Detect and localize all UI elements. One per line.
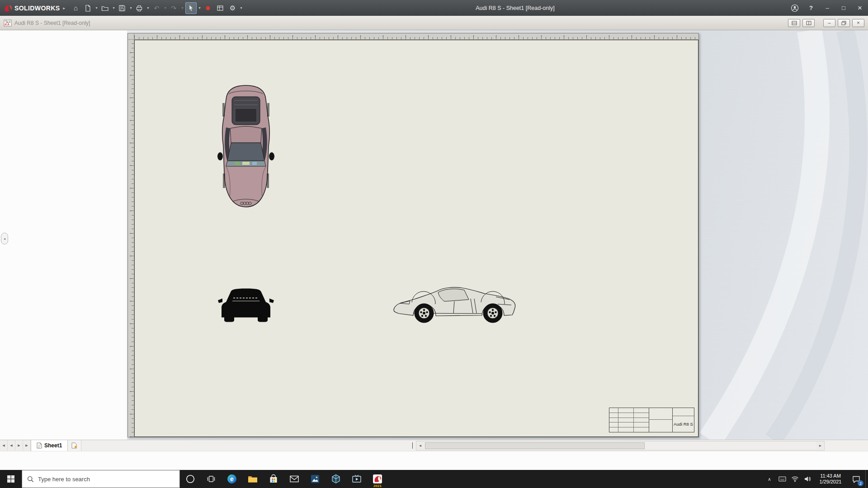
open-folder-icon xyxy=(101,5,108,12)
drawing-view-side[interactable] xyxy=(391,283,521,325)
help-button[interactable]: ? xyxy=(803,0,819,16)
dassault-logo-icon xyxy=(4,4,13,12)
file-explorer-icon[interactable] xyxy=(242,470,263,488)
network-icon[interactable] xyxy=(788,470,801,488)
cortana-icon xyxy=(185,474,195,484)
user-icon xyxy=(791,4,799,12)
scroll-left-button[interactable]: ◄ xyxy=(416,441,424,450)
sheet-properties-icon xyxy=(217,5,224,12)
brand-name: SOLIDWORKS xyxy=(14,5,60,12)
save-icon xyxy=(118,5,126,12)
nav-last-icon: ▶ xyxy=(25,444,28,447)
dropdown-caret[interactable]: ▾ xyxy=(197,2,202,14)
solidworks-app-icon xyxy=(372,474,383,484)
undo-button[interactable]: ↶ xyxy=(151,2,162,14)
panel-collapse-handle[interactable]: ◂ xyxy=(1,233,8,244)
show-desktop-button[interactable] xyxy=(865,470,868,488)
start-button[interactable] xyxy=(0,470,22,488)
sheet-paper[interactable]: Audi R8 S xyxy=(134,40,698,437)
tab-sheet1[interactable]: Sheet1 xyxy=(31,440,68,451)
taskbar-search[interactable]: Type here to search xyxy=(22,470,180,488)
edge-icon[interactable]: e xyxy=(222,470,242,488)
record-macro-button[interactable] xyxy=(203,2,214,14)
open-button[interactable] xyxy=(99,2,111,14)
taskbar-clock[interactable]: 11:43 AM 1/29/2021 xyxy=(814,470,847,488)
select-tool-button[interactable] xyxy=(185,2,197,14)
solidworks-taskbar-icon[interactable]: 2021 xyxy=(367,470,388,488)
wifi-icon xyxy=(791,476,799,482)
title-block-name-area: Audi R8 S xyxy=(673,408,694,432)
redo-icon: ↷ xyxy=(171,5,177,11)
close-icon: × xyxy=(858,4,862,13)
dropdown-caret[interactable]: ▾ xyxy=(128,2,133,14)
sheet-properties-button[interactable] xyxy=(215,2,226,14)
threed-viewer-icon[interactable] xyxy=(326,470,346,488)
horizontal-scrollbar: ◄ ► xyxy=(416,441,825,450)
first-sheet-button[interactable]: ◀ xyxy=(0,440,8,451)
cascade-windows-button[interactable] xyxy=(802,19,815,27)
task-view-button[interactable] xyxy=(201,470,222,488)
mail-icon[interactable] xyxy=(284,470,305,488)
maximize-button[interactable]: □ xyxy=(835,0,852,16)
windows-taskbar: Type here to search e xyxy=(0,470,868,488)
restore-icon xyxy=(841,21,846,25)
dropdown-caret[interactable]: ▾ xyxy=(163,2,168,14)
print-icon xyxy=(136,5,143,12)
dropdown-caret[interactable]: ▾ xyxy=(111,2,116,14)
dropdown-caret[interactable]: ▾ xyxy=(146,2,151,14)
scrollbar-thumb[interactable] xyxy=(425,442,645,449)
title-block-revision-table xyxy=(609,408,649,432)
ruler-horizontal xyxy=(134,33,698,40)
tile-windows-button[interactable] xyxy=(788,19,800,27)
previous-sheet-button[interactable]: ◀ xyxy=(8,440,15,451)
close-button[interactable]: × xyxy=(852,0,868,16)
search-placeholder: Type here to search xyxy=(38,476,90,483)
minimize-button[interactable]: – xyxy=(819,0,835,16)
document-window-controls: – × xyxy=(788,19,864,27)
touch-keyboard-icon[interactable] xyxy=(776,470,788,488)
photos-icon[interactable] xyxy=(305,470,326,488)
document-titlebar: Audi R8 S - Sheet1 [Read-only] – × xyxy=(0,16,868,30)
redo-button[interactable]: ↷ xyxy=(168,2,179,14)
doc-minimize-button[interactable]: – xyxy=(823,19,835,27)
next-sheet-button[interactable]: ▶ xyxy=(15,440,23,451)
sheet-icon xyxy=(37,442,42,449)
dropdown-caret[interactable]: ▾ xyxy=(94,2,99,14)
help-icon: ? xyxy=(809,5,813,11)
select-arrow-icon xyxy=(187,5,194,12)
dropdown-caret[interactable]: ▾ xyxy=(180,2,185,14)
undo-icon: ↶ xyxy=(154,5,160,11)
scroll-right-icon: ► xyxy=(819,444,822,448)
drawing-view-top[interactable] xyxy=(217,84,275,208)
solidworks-logo[interactable]: SOLIDWORKS ▸ xyxy=(0,4,70,12)
options-button[interactable]: ⚙ xyxy=(227,2,238,14)
brand-expand-arrow-icon[interactable]: ▸ xyxy=(63,6,65,10)
movies-tv-icon[interactable] xyxy=(346,470,367,488)
volume-icon[interactable] xyxy=(801,470,814,488)
doc-close-button[interactable]: × xyxy=(852,19,864,27)
scrollbar-track[interactable] xyxy=(424,441,816,450)
add-sheet-button[interactable] xyxy=(68,440,81,451)
last-sheet-button[interactable]: ▶ xyxy=(23,440,31,451)
doc-restore-button[interactable] xyxy=(838,19,850,27)
print-button[interactable] xyxy=(134,2,145,14)
save-button[interactable] xyxy=(117,2,128,14)
svg-text:e: e xyxy=(230,475,234,483)
task-view-icon xyxy=(206,474,216,484)
scroll-right-button[interactable]: ► xyxy=(816,441,824,450)
cortana-button[interactable] xyxy=(180,470,201,488)
account-button[interactable] xyxy=(787,0,803,16)
titlebar-controls: ? – □ × xyxy=(787,0,868,16)
car-side-view xyxy=(391,283,521,325)
nav-prev-icon: ◀ xyxy=(10,444,12,447)
store-icon[interactable] xyxy=(263,470,284,488)
new-document-button[interactable] xyxy=(82,2,94,14)
dropdown-caret[interactable]: ▾ xyxy=(239,2,244,14)
drawing-view-front[interactable] xyxy=(217,285,275,325)
graphics-area: ◂ xyxy=(0,30,868,440)
hidden-icons-button[interactable]: ∧ xyxy=(763,470,776,488)
maximize-icon: □ xyxy=(842,5,845,11)
record-icon xyxy=(204,5,212,12)
home-button[interactable]: ⌂ xyxy=(70,2,81,14)
action-center-button[interactable]: 2 xyxy=(847,470,865,488)
